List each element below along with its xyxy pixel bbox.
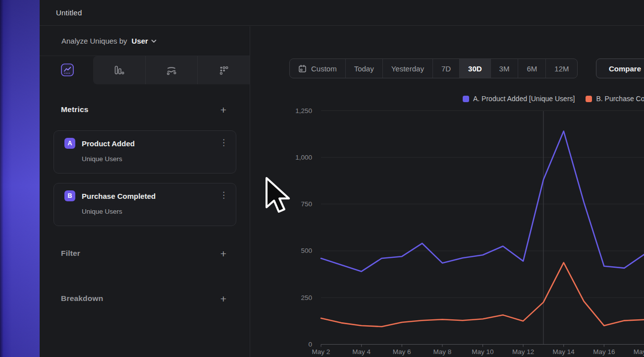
range-label: Yesterday [391,64,424,73]
x-tick-label: May 8 [433,348,451,356]
range-label: Today [354,64,374,73]
range-today[interactable]: Today [345,59,382,78]
chart-type-tabs [40,56,250,84]
bar-chart-icon [113,64,125,76]
tab-line-chart[interactable] [60,63,74,77]
series-line [321,263,644,327]
range-label: 30D [468,64,482,73]
filter-title: Filter [61,249,80,258]
range-30d[interactable]: 30D [459,59,490,78]
compare-label: Compare [609,64,641,73]
metrics-title: Metrics [61,105,89,114]
range-label: 3M [499,64,510,73]
range-label: 6M [527,64,537,73]
metric-card-row: AProduct Added [64,138,236,149]
page-title: Untitled [56,8,82,17]
y-tick-label: 500 [301,247,312,254]
x-tick-label: May 6 [393,348,411,356]
metric-series-badge: A [64,138,75,149]
x-tick-label: May 14 [553,348,575,356]
y-tick-label: 0 [308,341,312,348]
range-6m[interactable]: 6M [518,59,545,78]
analyze-row: Analyze Uniques by User [40,26,250,56]
x-tick-label: May 18 [634,348,644,356]
metric-title: Product Added [82,139,135,148]
line-chart-plot: 02505007501,0001,250May 2May 4May 6May 8… [251,84,644,357]
analyze-by-value: User [132,37,148,45]
tab-bar-chart[interactable] [93,56,145,84]
x-tick-labels: May 2May 4May 6May 8May 10May 12May 14Ma… [312,348,644,356]
range-12m[interactable]: 12M [545,59,577,78]
line-chart-icon [60,63,74,77]
y-tick-label: 1,250 [295,107,312,115]
chevron-down-icon [151,39,157,43]
y-tick-labels: 02505007501,0001,250 [295,107,312,349]
gridlines [321,111,644,298]
add-metric-icon[interactable]: + [220,105,226,115]
y-tick-label: 750 [301,200,312,208]
metric-card-row: BPurchase Completed [64,190,236,201]
add-filter-icon[interactable]: + [220,248,226,259]
tab-flows[interactable] [145,56,198,84]
compare-button[interactable]: Compare [596,59,644,78]
x-tick-label: May 10 [472,348,493,356]
y-tick-label: 1,000 [295,154,312,161]
retention-grid-icon [218,64,230,76]
tab-retention-grid[interactable] [197,56,250,84]
range-7d[interactable]: 7D [432,59,459,78]
metrics-header: Metrics + [40,102,250,117]
range-label: 12M [554,64,569,73]
metric-card-list: AProduct AddedUnique Users⋮BPurchase Com… [40,130,250,226]
series-line [321,131,644,272]
filter-header: Filter + [40,246,250,261]
metric-menu-icon[interactable]: ⋮ [219,137,228,148]
x-tick-label: May 12 [512,348,534,356]
metric-card[interactable]: AProduct AddedUnique Users⋮ [54,130,236,174]
metric-subtitle: Unique Users [82,155,236,163]
range-custom[interactable]: Custom [290,59,345,78]
metric-title: Purchase Completed [82,192,156,200]
metric-subtitle: Unique Users [82,208,236,215]
add-breakdown-icon[interactable]: + [220,294,226,304]
calendar-icon [298,64,307,73]
analyze-label: Analyze Uniques by [61,37,127,45]
flows-icon [165,64,177,76]
x-tick-label: May 16 [593,348,615,356]
range-yesterday[interactable]: Yesterday [382,59,432,78]
x-tick-label: May 4 [352,348,371,356]
y-tick-label: 250 [301,294,312,301]
metric-card[interactable]: BPurchase CompletedUnique Users⋮ [54,183,236,226]
range-label: 7D [441,64,451,73]
metric-menu-icon[interactable]: ⋮ [219,190,228,200]
breakdown-title: Breakdown [61,294,103,303]
range-3m[interactable]: 3M [490,59,518,78]
metric-series-badge: B [64,190,75,201]
query-sidebar: Analyze Uniques by User [40,26,250,357]
x-tick-label: May 2 [312,348,330,356]
range-label: Custom [311,64,337,73]
top-bar: Untitled [40,0,644,26]
chart-type-tab-group [93,56,250,84]
x-axis [321,345,644,347]
breakdown-header: Breakdown + [40,291,250,306]
desktop-gradient-strip [0,0,40,357]
analyze-by-dropdown[interactable]: User [132,37,157,45]
date-range-selector: CustomTodayYesterday7D30D3M6M12M [289,59,578,78]
